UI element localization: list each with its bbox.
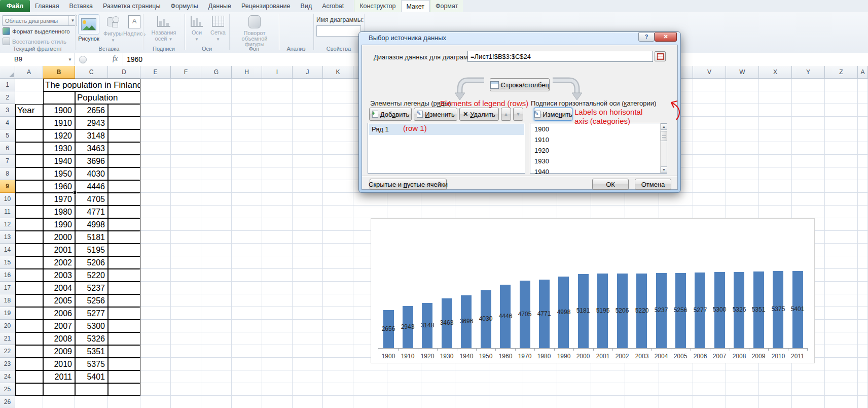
range-picker-button[interactable] — [655, 51, 666, 61]
cell-B11[interactable]: 1980 — [43, 206, 75, 218]
cell-A23[interactable] — [15, 358, 43, 370]
cell-D22[interactable] — [108, 345, 140, 358]
name-box-dropdown-icon[interactable]: ▼ — [68, 57, 72, 62]
cell-D15[interactable] — [108, 256, 140, 269]
tab-Acrobat[interactable]: Acrobat — [317, 0, 349, 12]
category-list-item[interactable]: 1940 — [534, 168, 549, 176]
cell-B14[interactable]: 2001 — [43, 244, 75, 256]
tab-Главная[interactable]: Главная — [30, 0, 64, 12]
cell-A10[interactable] — [15, 193, 43, 206]
column-header-Z[interactable]: Z — [825, 66, 858, 79]
cell-D11[interactable] — [108, 206, 140, 218]
row-header-3[interactable]: 3 — [0, 104, 15, 117]
select-all-corner[interactable] — [0, 66, 15, 79]
tab-Рецензирование[interactable]: Рецензирование — [236, 0, 296, 12]
cell-A18[interactable] — [15, 294, 43, 307]
column-header-A[interactable]: A — [858, 66, 868, 79]
cell-C21[interactable]: 5326 — [75, 332, 108, 345]
switch-row-column-button[interactable]: Строка/столбец — [490, 78, 550, 91]
cell-A6[interactable] — [15, 142, 43, 155]
cell-B3[interactable]: 1900 — [43, 104, 75, 117]
cell-B24[interactable]: 2011 — [43, 370, 75, 383]
cancel-button[interactable]: Отмена — [635, 179, 671, 190]
cell-C25[interactable] — [75, 383, 108, 396]
insert-shapes-button[interactable]: Фигуры▼ — [101, 14, 125, 44]
cell-D20[interactable] — [108, 320, 140, 332]
cell-B13[interactable]: 2000 — [43, 231, 75, 244]
cell-C4[interactable]: 2943 — [75, 117, 108, 129]
cell-C14[interactable]: 5195 — [75, 244, 108, 256]
rotation-button[interactable]: Поворот объемной фигуры — [232, 14, 277, 47]
column-header-X[interactable]: X — [759, 66, 792, 79]
edit-categories-button[interactable]: ✎ Изменить — [534, 108, 572, 121]
cell-A13[interactable] — [15, 231, 43, 244]
cell-C12[interactable]: 4998 — [75, 218, 108, 231]
edit-series-button[interactable]: ✎ Изменить — [414, 108, 457, 121]
row-header-4[interactable]: 4 — [0, 117, 15, 129]
row-header-14[interactable]: 14 — [0, 244, 15, 256]
cell-C13[interactable]: 5181 — [75, 231, 108, 244]
row-header-6[interactable]: 6 — [0, 142, 15, 155]
cell-D12[interactable] — [108, 218, 140, 231]
move-up-button[interactable]: ▲ — [501, 108, 511, 121]
category-list-item[interactable]: 1920 — [534, 147, 549, 154]
cell-A14[interactable] — [15, 244, 43, 256]
cell-A16[interactable] — [15, 269, 43, 282]
cell-D10[interactable] — [108, 193, 140, 206]
cell-C20[interactable]: 5300 — [75, 320, 108, 332]
cell-D8[interactable] — [108, 167, 140, 180]
cell-A12[interactable] — [15, 218, 43, 231]
cell-D24[interactable] — [108, 370, 140, 383]
row-header-25[interactable]: 25 — [0, 383, 15, 396]
cell-B1-title[interactable]: The population in Finland — [43, 79, 140, 91]
row-header-13[interactable]: 13 — [0, 231, 15, 244]
column-header-W[interactable]: W — [726, 66, 759, 79]
cell-D13[interactable] — [108, 231, 140, 244]
cell-B21[interactable]: 2008 — [43, 332, 75, 345]
categories-scrollbar[interactable]: ▲▼ — [660, 123, 667, 173]
row-header-19[interactable]: 19 — [0, 307, 15, 320]
cell-B12[interactable]: 1990 — [43, 218, 75, 231]
row-header-10[interactable]: 10 — [0, 193, 15, 206]
tab-Формулы[interactable]: Формулы — [165, 0, 203, 12]
cell-D9[interactable] — [108, 180, 140, 193]
cell-C10[interactable]: 4705 — [75, 193, 108, 206]
column-header-B[interactable]: B — [43, 66, 75, 79]
cell-B16[interactable]: 2003 — [43, 269, 75, 282]
cell-B4[interactable]: 1910 — [43, 117, 75, 129]
cell-A8[interactable] — [15, 167, 43, 180]
row-header-8[interactable]: 8 — [0, 167, 15, 180]
cell-B8[interactable]: 1950 — [43, 167, 75, 180]
cell-A3[interactable]: Year — [15, 104, 43, 117]
cell-B18[interactable]: 2005 — [43, 294, 75, 307]
column-header-K[interactable]: K — [323, 66, 353, 79]
insert-picture-button[interactable]: Рисунок — [77, 14, 100, 42]
column-header-F[interactable]: F — [171, 66, 201, 79]
column-header-G[interactable]: G — [201, 66, 232, 79]
formula-options-button[interactable] — [79, 56, 87, 63]
category-list-item[interactable]: 1900 — [534, 125, 549, 133]
cell-D4[interactable] — [108, 117, 140, 129]
format-selection-button[interactable]: Формат выделенного — [3, 27, 70, 35]
column-header-J[interactable]: J — [293, 66, 323, 79]
tab-Конструктор[interactable]: Конструктор — [354, 0, 401, 12]
row-header-5[interactable]: 5 — [0, 129, 15, 142]
cell-C11[interactable]: 4771 — [75, 206, 108, 218]
cell-D21[interactable] — [108, 332, 140, 345]
chart-name-input[interactable] — [316, 25, 361, 37]
cell-D25[interactable] — [108, 383, 140, 396]
column-header-Y[interactable]: Y — [792, 66, 825, 79]
row-header-23[interactable]: 23 — [0, 358, 15, 370]
cell-A21[interactable] — [15, 332, 43, 345]
formula-bar-value[interactable]: 1960 — [127, 55, 142, 63]
cell-C6[interactable]: 3463 — [75, 142, 108, 155]
column-header-C[interactable]: C — [75, 66, 108, 79]
row-header-12[interactable]: 12 — [0, 218, 15, 231]
cell-B15[interactable]: 2002 — [43, 256, 75, 269]
cell-B5[interactable]: 1920 — [43, 129, 75, 142]
cell-D7[interactable] — [108, 155, 140, 167]
cell-B17[interactable]: 2004 — [43, 282, 75, 294]
scrollbar-thumb[interactable] — [661, 131, 667, 141]
tab-Макет[interactable]: Макет — [401, 0, 430, 12]
tab-Формат[interactable]: Формат — [430, 0, 463, 12]
